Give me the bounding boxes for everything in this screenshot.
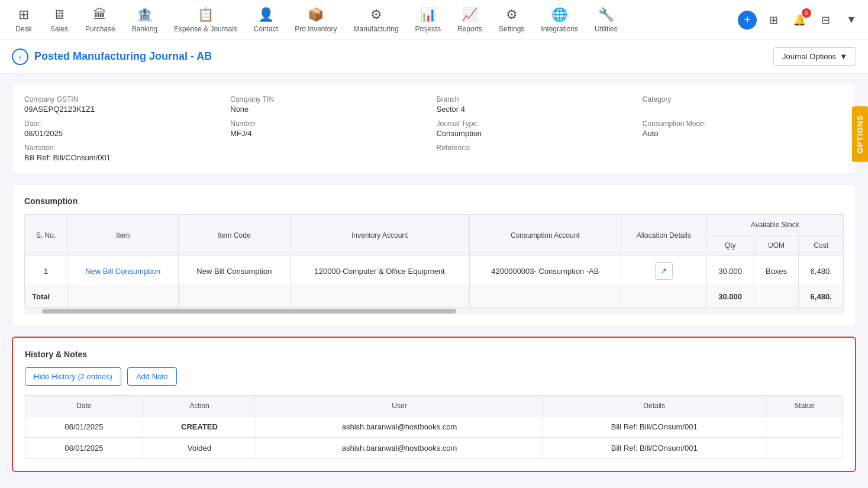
back-button[interactable]: ‹ xyxy=(12,49,28,65)
purchase-icon: 🏛 xyxy=(93,7,107,22)
nav-item-reports[interactable]: 📈 Reports xyxy=(450,4,489,37)
branch-value: Sector 4 xyxy=(437,105,465,114)
notification-button[interactable]: 🔔 0 xyxy=(790,11,809,30)
sales-icon: 🖥 xyxy=(53,7,66,22)
history-table-header-row: Date Action User Details Status xyxy=(25,396,843,416)
company-tin-value: None xyxy=(230,105,249,114)
expense-icon: 📋 xyxy=(198,7,214,22)
hide-history-button[interactable]: Hide History (2 entries) xyxy=(25,367,121,386)
company-gstin-field: Company GSTIN 09ASEPQ2123K1Z1 xyxy=(24,95,225,114)
nav-item-desk[interactable]: ⊞ Desk xyxy=(7,4,40,37)
nav-item-utilities[interactable]: 🔧 Utilities xyxy=(588,4,625,37)
open-link-icon[interactable]: ↗ xyxy=(655,262,673,280)
nav-label-reports: Reports xyxy=(457,25,482,33)
options-sidebar[interactable]: OPTIONS xyxy=(852,106,868,162)
nav-item-contact[interactable]: 👤 Contact xyxy=(247,4,285,37)
history-row-date: 08/01/2025 xyxy=(25,416,143,438)
history-th-date: Date xyxy=(25,396,143,416)
history-row-status xyxy=(766,416,843,438)
nav-item-purchase[interactable]: 🏛 Purchase xyxy=(78,4,122,37)
journal-type-value: Consumption xyxy=(437,129,482,138)
nav-item-manufacturing[interactable]: ⚙ Manufacturing xyxy=(347,4,406,37)
desk-icon: ⊞ xyxy=(18,7,29,22)
th-qty: Qty xyxy=(706,235,754,256)
nav-item-pro-inventory[interactable]: 📦 Pro Inventory xyxy=(288,4,344,37)
th-item: Item xyxy=(67,215,179,256)
company-gstin-value: 09ASEPQ2123K1Z1 xyxy=(24,105,95,114)
nav-label-settings: Settings xyxy=(499,25,524,33)
info-card: Company GSTIN 09ASEPQ2123K1Z1 Company TI… xyxy=(12,83,856,174)
page-title: Posted Manufacturing Journal - AB xyxy=(34,50,212,63)
th-item-code: Item Code xyxy=(179,215,290,256)
history-th-action: Action xyxy=(143,396,256,416)
add-button[interactable]: + xyxy=(738,11,757,30)
consumption-section: Consumption S. No. Item Item Code Invent… xyxy=(12,184,856,327)
nav-label-banking: Banking xyxy=(132,25,157,33)
row-uom: Boxes xyxy=(754,256,799,286)
history-table: Date Action User Details Status 08/01/20… xyxy=(25,395,843,459)
add-note-button[interactable]: Add Note xyxy=(127,367,177,386)
number-label: Number xyxy=(230,119,431,128)
branch-field: Branch Sector 4 xyxy=(437,95,638,114)
history-th-user: User xyxy=(256,396,543,416)
footer-empty3 xyxy=(290,286,469,308)
history-section-title: History & Notes xyxy=(25,350,843,359)
settings-icon: ⚙ xyxy=(506,7,518,22)
table-scrollbar[interactable] xyxy=(24,308,844,315)
table-footer-row: Total 30.000 6,480. xyxy=(25,286,844,308)
history-row-user: ashish.baranwal@hostbooks.com xyxy=(256,438,543,459)
nav-label-integrations: Integrations xyxy=(541,25,578,33)
consumption-mode-value: Auto xyxy=(643,129,659,138)
footer-total-label: Total xyxy=(25,286,67,308)
company-gstin-label: Company GSTIN xyxy=(24,95,225,104)
nav-items: ⊞ Desk 🖥 Sales 🏛 Purchase 🏦 Banking 📋 Ex… xyxy=(7,4,738,37)
table-row: 1 New Bill Consumption New Bill Consumpt… xyxy=(25,256,844,286)
nav-item-expense-journals[interactable]: 📋 Expense & Journals xyxy=(167,4,244,37)
nav-label-pro-inventory: Pro Inventory xyxy=(295,25,337,33)
number-value: MFJ/4 xyxy=(230,129,251,138)
nav-label-manufacturing: Manufacturing xyxy=(354,25,399,33)
company-tin-field: Company TIN None xyxy=(230,95,431,114)
row-item-link[interactable]: New Bill Consumption xyxy=(67,256,179,286)
nav-label-sales: Sales xyxy=(50,25,68,33)
category-field: Category xyxy=(643,95,844,114)
date-value: 08/01/2025 xyxy=(24,129,63,138)
page-header: ‹ Posted Manufacturing Journal - AB Jour… xyxy=(0,40,868,73)
journal-options-button[interactable]: Journal Options ▼ xyxy=(773,47,856,66)
chevron-down-icon[interactable]: ▼ xyxy=(842,11,861,30)
nav-item-sales[interactable]: 🖥 Sales xyxy=(43,4,76,37)
history-row-user: ashish.baranwal@hostbooks.com xyxy=(256,416,543,438)
consumption-section-title: Consumption xyxy=(24,196,844,206)
contact-icon: 👤 xyxy=(258,7,274,22)
row-inventory-account: 120000-Computer & Office Equipment xyxy=(290,256,469,286)
company-tin-label: Company TIN xyxy=(230,95,431,104)
apps-button[interactable]: ⊟ xyxy=(816,11,835,30)
reference-field: Reference: xyxy=(437,144,844,162)
row-allocation-details: ↗ xyxy=(621,256,706,286)
nav-right: + ⊞ 🔔 0 ⊟ ▼ xyxy=(738,11,861,30)
journal-options-chevron-icon: ▼ xyxy=(840,52,847,61)
footer-empty1 xyxy=(67,286,179,308)
category-label: Category xyxy=(643,95,844,104)
consumption-table: S. No. Item Item Code Inventory Account … xyxy=(24,214,844,308)
number-field: Number MFJ/4 xyxy=(230,119,431,138)
narration-value: Bill Ref: Bill/COnsum/001 xyxy=(24,153,111,162)
footer-empty4 xyxy=(469,286,621,308)
nav-item-integrations[interactable]: 🌐 Integrations xyxy=(534,4,585,37)
th-cost: Cost xyxy=(799,235,844,256)
projects-icon: 📊 xyxy=(420,7,436,22)
main-content: Company GSTIN 09ASEPQ2123K1Z1 Company TI… xyxy=(0,73,868,488)
nav-label-contact: Contact xyxy=(254,25,278,33)
history-row-details: Bill Ref: Bill/COnsum/001 xyxy=(543,416,766,438)
nav-item-settings[interactable]: ⚙ Settings xyxy=(492,4,531,37)
reports-icon: 📈 xyxy=(462,7,477,22)
notification-badge: 0 xyxy=(802,8,811,18)
footer-total-qty: 30.000 xyxy=(706,286,754,308)
grid-icon-button[interactable]: ⊞ xyxy=(764,11,783,30)
manufacturing-icon: ⚙ xyxy=(370,7,382,22)
consumption-mode-field: Consumption Mode: Auto xyxy=(643,119,844,138)
nav-item-projects[interactable]: 📊 Projects xyxy=(408,4,448,37)
nav-item-banking[interactable]: 🏦 Banking xyxy=(125,4,164,37)
nav-label-desk: Desk xyxy=(15,25,31,33)
history-table-row: 08/01/2025 CREATED ashish.baranwal@hostb… xyxy=(25,416,843,438)
